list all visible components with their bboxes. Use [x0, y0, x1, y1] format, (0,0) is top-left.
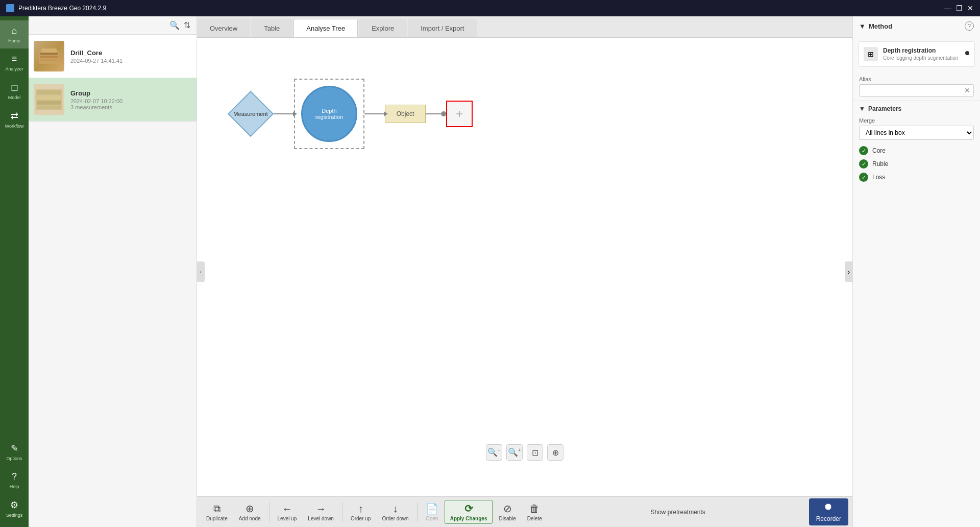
method-card: ⊞ Depth registration Core logging depth … [858, 41, 975, 67]
check-icon-core: ✓ [859, 146, 868, 155]
open-button[interactable]: 📄 Open [421, 500, 444, 523]
tab-analyse-tree[interactable]: Analyse Tree [293, 19, 358, 37]
checkbox-label-core: Core [872, 147, 886, 154]
canvas-main[interactable]: Measurement Depthregistration [197, 38, 852, 496]
tab-import-export[interactable]: Import / Export [408, 19, 477, 37]
collapse-right-panel-button[interactable]: › [845, 261, 853, 282]
alias-input[interactable] [860, 85, 961, 96]
reset-zoom-button[interactable]: ⊕ [547, 444, 564, 461]
connector-2 [364, 113, 385, 114]
sidebar-item-help[interactable]: ? Help [0, 466, 29, 494]
level-up-label: Level up [278, 516, 297, 521]
check-icon-ruble: ✓ [859, 159, 868, 169]
method-title-label: Method [869, 22, 892, 30]
alias-clear-button[interactable]: ✕ [961, 86, 973, 94]
sidebar-item-options[interactable]: ✎ Options [0, 438, 29, 466]
checkbox-loss[interactable]: ✓ Loss [859, 173, 974, 182]
sidebar-item-settings[interactable]: ⚙ Settings [0, 494, 29, 523]
level-down-icon: → [316, 503, 326, 515]
fit-icon: ⊡ [532, 448, 538, 458]
sidebar-item-label: Settings [6, 513, 23, 518]
sort-button[interactable]: ⇅ [184, 20, 190, 30]
parameters-section: ▼ Parameters Merge All lines in box Sing… [853, 101, 980, 190]
measurement-label: Measurement [233, 111, 267, 117]
right-panel-header: ▼ Method ? [853, 16, 980, 36]
sidebar-item-label: Help [10, 484, 19, 489]
minimize-button[interactable]: — [944, 5, 951, 12]
method-help-button[interactable]: ? [965, 21, 974, 31]
zoom-in-button[interactable]: 🔍+ [506, 444, 523, 461]
workflow-icon: ⇄ [11, 110, 18, 122]
tab-explore[interactable]: Explore [359, 19, 407, 37]
svg-rect-8 [37, 101, 61, 105]
item-info: Drill_Core 2024-09-27 14:41:41 [70, 49, 191, 64]
parameters-header[interactable]: ▼ Parameters [859, 105, 974, 112]
apply-changes-button[interactable]: ⟳ Apply Changes [445, 500, 493, 524]
chevron-right-icon: › [848, 268, 850, 276]
item-list-panel: 🔍 ⇅ Drill_Core 2024-09-27 14:41:41 [29, 16, 197, 527]
sidebar-item-workflow[interactable]: ⇄ Workflow [0, 105, 29, 134]
depth-registration-node[interactable]: Depthregistration [301, 86, 357, 142]
parameters-title: Parameters [868, 105, 901, 112]
analyzer-icon: ≡ [12, 54, 17, 64]
disable-button[interactable]: ⊘ Disable [494, 500, 521, 523]
restore-button[interactable]: ❐ [955, 5, 963, 12]
sidebar-item-label: Analyzer [5, 66, 23, 71]
svg-rect-4 [41, 49, 57, 53]
tab-overview[interactable]: Overview [197, 19, 250, 37]
list-item[interactable]: Drill_Core 2024-09-27 14:41:41 [29, 35, 197, 78]
merge-label: Merge [859, 117, 974, 124]
titlebar-left: Prediktera Breeze Geo 2024.2.9 [6, 4, 106, 12]
item-count: 3 measurements [70, 104, 191, 110]
left-nav: ⌂ Home ≡ Analyzer ◻ Model ⇄ Workflow ✎ O… [0, 16, 29, 527]
titlebar-controls[interactable]: — ❐ ✕ [944, 5, 974, 12]
zoom-out-icon: 🔍− [487, 447, 501, 457]
canvas-area: Measurement Depthregistration [197, 38, 852, 527]
tab-table[interactable]: Table [251, 19, 292, 37]
object-node[interactable]: Object [385, 105, 426, 123]
order-up-button[interactable]: ↑ Order up [346, 501, 376, 523]
duplicate-button[interactable]: ⧉ Duplicate [201, 501, 233, 523]
list-item[interactable]: Group 2024-02-07 10:22:00 3 measurements [29, 78, 197, 122]
disable-icon: ⊘ [503, 502, 512, 515]
checkbox-core[interactable]: ✓ Core [859, 146, 974, 155]
model-icon: ◻ [11, 82, 18, 93]
level-down-button[interactable]: → Level down [303, 501, 339, 523]
recorder-button[interactable]: ⏺ Recorder [809, 498, 848, 525]
add-node-button[interactable]: + [446, 101, 473, 127]
nav-bottom: ✎ Options ? Help ⚙ Settings [0, 438, 29, 523]
order-down-icon: ↓ [393, 503, 398, 515]
svg-rect-9 [37, 106, 61, 109]
sidebar-item-analyzer[interactable]: ≡ Analyzer [0, 49, 29, 77]
svg-rect-3 [40, 59, 58, 61]
add-node-icon: ⊕ [246, 502, 254, 515]
item-thumbnail [34, 41, 64, 71]
merge-select[interactable]: All lines in box Single line None [859, 126, 974, 140]
method-info: Depth registration Core logging depth se… [883, 47, 960, 61]
add-node-toolbar-button[interactable]: ⊕ Add node [234, 500, 266, 523]
add-node-label: Add node [239, 516, 261, 521]
measurement-node[interactable]: Measurement [228, 91, 274, 137]
connector-1 [274, 113, 294, 114]
close-button[interactable]: ✕ [967, 5, 974, 12]
connector-3 [426, 113, 441, 114]
delete-button[interactable]: 🗑 Delete [522, 501, 547, 523]
checkbox-ruble[interactable]: ✓ Ruble [859, 159, 974, 169]
selection-group: Depthregistration [294, 79, 364, 149]
options-icon: ✎ [11, 443, 18, 454]
level-up-button[interactable]: ← Level up [273, 501, 302, 523]
delete-icon: 🗑 [529, 503, 540, 515]
search-button[interactable]: 🔍 [169, 20, 180, 30]
recorder-label: Recorder [816, 515, 841, 522]
sidebar-item-model[interactable]: ◻ Model [0, 77, 29, 105]
recorder-icon: ⏺ [824, 501, 833, 512]
item-date: 2024-09-27 14:41:41 [70, 58, 191, 64]
fit-button[interactable]: ⊡ [527, 444, 543, 461]
toolbar-separator [269, 502, 270, 522]
order-down-button[interactable]: ↓ Order down [377, 501, 413, 523]
zoom-out-button[interactable]: 🔍− [486, 444, 502, 461]
sidebar-item-home[interactable]: ⌂ Home [0, 20, 29, 49]
toolbar-separator [342, 502, 342, 522]
svg-rect-1 [40, 53, 58, 55]
collapse-panel-button[interactable]: ‹ [197, 261, 205, 282]
